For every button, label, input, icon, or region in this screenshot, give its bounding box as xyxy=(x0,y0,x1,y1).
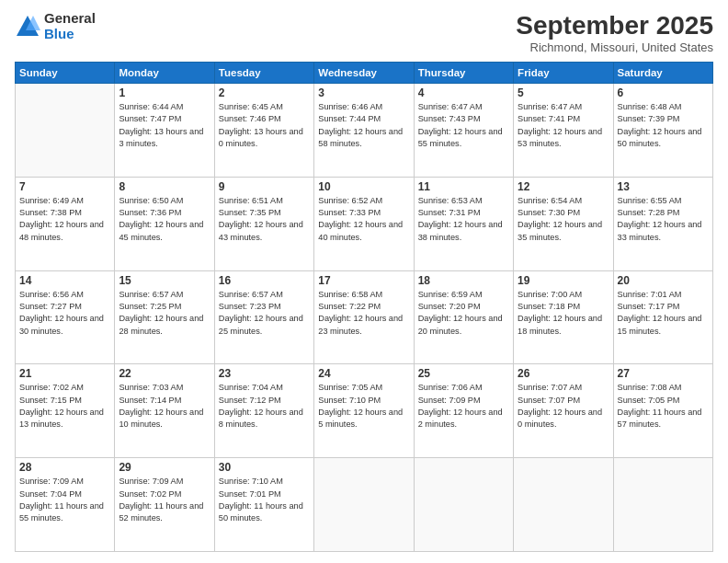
day-info: Sunrise: 6:49 AM Sunset: 7:38 PM Dayligh… xyxy=(19,195,110,244)
calendar-header-row: Sunday Monday Tuesday Wednesday Thursday… xyxy=(16,63,713,84)
sunrise-text: Sunrise: 7:10 AM xyxy=(219,477,283,486)
sunset-text: Sunset: 7:14 PM xyxy=(119,396,181,405)
daylight-text: Daylight: 12 hours and 50 minutes. xyxy=(618,127,702,148)
daylight-text: Daylight: 11 hours and 50 minutes. xyxy=(219,501,303,523)
day-number: 9 xyxy=(219,180,310,193)
day-number: 30 xyxy=(219,461,310,474)
logo-general-text: General xyxy=(44,11,96,27)
sunrise-text: Sunrise: 6:46 AM xyxy=(318,102,382,111)
col-sunday: Sunday xyxy=(16,63,115,84)
daylight-text: Daylight: 12 hours and 28 minutes. xyxy=(119,314,203,335)
sunrise-text: Sunrise: 7:08 AM xyxy=(618,383,682,392)
day-info: Sunrise: 6:55 AM Sunset: 7:28 PM Dayligh… xyxy=(618,195,709,244)
page: General Blue September 2025 Richmond, Mi… xyxy=(0,0,728,563)
sunset-text: Sunset: 7:12 PM xyxy=(219,396,281,405)
daylight-text: Daylight: 12 hours and 5 minutes. xyxy=(318,408,403,429)
day-number: 7 xyxy=(19,180,110,193)
day-info: Sunrise: 6:51 AM Sunset: 7:35 PM Dayligh… xyxy=(219,195,310,244)
sunrise-text: Sunrise: 6:47 AM xyxy=(418,102,483,111)
daylight-text: Daylight: 12 hours and 25 minutes. xyxy=(219,314,303,335)
sunset-text: Sunset: 7:05 PM xyxy=(618,396,680,405)
day-info: Sunrise: 6:59 AM Sunset: 7:20 PM Dayligh… xyxy=(418,289,509,338)
sunrise-text: Sunrise: 6:54 AM xyxy=(518,196,582,205)
daylight-text: Daylight: 12 hours and 40 minutes. xyxy=(318,220,403,241)
table-row: 13 Sunrise: 6:55 AM Sunset: 7:28 PM Dayl… xyxy=(613,177,712,270)
sunrise-text: Sunrise: 6:50 AM xyxy=(119,196,183,205)
sunrise-text: Sunrise: 6:49 AM xyxy=(19,196,84,205)
table-row: 20 Sunrise: 7:01 AM Sunset: 7:17 PM Dayl… xyxy=(613,270,712,364)
day-info: Sunrise: 6:45 AM Sunset: 7:46 PM Dayligh… xyxy=(219,101,310,150)
table-row: 25 Sunrise: 7:06 AM Sunset: 7:09 PM Dayl… xyxy=(414,364,513,458)
table-row: 2 Sunrise: 6:45 AM Sunset: 7:46 PM Dayli… xyxy=(214,84,313,178)
daylight-text: Daylight: 12 hours and 18 minutes. xyxy=(518,314,602,335)
sunrise-text: Sunrise: 7:09 AM xyxy=(119,477,183,486)
table-row: 24 Sunrise: 7:05 AM Sunset: 7:10 PM Dayl… xyxy=(314,364,414,458)
day-number: 12 xyxy=(518,180,609,193)
calendar-week-row: 28 Sunrise: 7:09 AM Sunset: 7:04 PM Dayl… xyxy=(16,458,713,552)
day-number: 18 xyxy=(418,274,509,287)
daylight-text: Daylight: 11 hours and 52 minutes. xyxy=(119,501,203,523)
day-info: Sunrise: 7:08 AM Sunset: 7:05 PM Dayligh… xyxy=(618,382,709,431)
table-row xyxy=(414,458,513,552)
day-info: Sunrise: 7:04 AM Sunset: 7:12 PM Dayligh… xyxy=(219,382,310,431)
day-info: Sunrise: 7:09 AM Sunset: 7:02 PM Dayligh… xyxy=(119,476,210,524)
day-number: 14 xyxy=(19,274,110,287)
sunrise-text: Sunrise: 6:53 AM xyxy=(418,196,483,205)
day-number: 19 xyxy=(518,274,609,287)
table-row: 10 Sunrise: 6:52 AM Sunset: 7:33 PM Dayl… xyxy=(314,177,414,270)
sunrise-text: Sunrise: 7:03 AM xyxy=(119,383,183,392)
table-row: 23 Sunrise: 7:04 AM Sunset: 7:12 PM Dayl… xyxy=(214,364,313,458)
day-info: Sunrise: 6:57 AM Sunset: 7:25 PM Dayligh… xyxy=(119,289,210,338)
sunset-text: Sunset: 7:27 PM xyxy=(19,302,82,311)
sunset-text: Sunset: 7:04 PM xyxy=(19,489,82,499)
daylight-text: Daylight: 12 hours and 55 minutes. xyxy=(418,127,503,148)
table-row: 4 Sunrise: 6:47 AM Sunset: 7:43 PM Dayli… xyxy=(414,84,513,178)
calendar-week-row: 14 Sunrise: 6:56 AM Sunset: 7:27 PM Dayl… xyxy=(16,270,713,364)
table-row: 28 Sunrise: 7:09 AM Sunset: 7:04 PM Dayl… xyxy=(16,458,115,552)
daylight-text: Daylight: 12 hours and 33 minutes. xyxy=(618,220,702,241)
sunrise-text: Sunrise: 7:00 AM xyxy=(518,290,582,299)
day-number: 6 xyxy=(618,86,709,99)
table-row: 16 Sunrise: 6:57 AM Sunset: 7:23 PM Dayl… xyxy=(214,270,313,364)
sunrise-text: Sunrise: 6:56 AM xyxy=(19,290,84,299)
daylight-text: Daylight: 13 hours and 3 minutes. xyxy=(119,127,203,148)
logo: General Blue xyxy=(15,11,96,41)
daylight-text: Daylight: 12 hours and 35 minutes. xyxy=(518,220,602,241)
table-row: 11 Sunrise: 6:53 AM Sunset: 7:31 PM Dayl… xyxy=(414,177,513,270)
day-number: 10 xyxy=(318,180,409,193)
day-info: Sunrise: 6:52 AM Sunset: 7:33 PM Dayligh… xyxy=(318,195,409,244)
day-number: 21 xyxy=(19,367,110,380)
calendar-week-row: 21 Sunrise: 7:02 AM Sunset: 7:15 PM Dayl… xyxy=(16,364,713,458)
sunset-text: Sunset: 7:09 PM xyxy=(418,396,481,405)
calendar-week-row: 7 Sunrise: 6:49 AM Sunset: 7:38 PM Dayli… xyxy=(16,177,713,270)
daylight-text: Daylight: 12 hours and 53 minutes. xyxy=(518,127,602,148)
day-info: Sunrise: 7:05 AM Sunset: 7:10 PM Dayligh… xyxy=(318,382,409,431)
sunset-text: Sunset: 7:18 PM xyxy=(518,302,580,311)
table-row: 14 Sunrise: 6:56 AM Sunset: 7:27 PM Dayl… xyxy=(16,270,115,364)
table-row: 29 Sunrise: 7:09 AM Sunset: 7:02 PM Dayl… xyxy=(115,458,214,552)
table-row: 8 Sunrise: 6:50 AM Sunset: 7:36 PM Dayli… xyxy=(115,177,214,270)
day-info: Sunrise: 7:09 AM Sunset: 7:04 PM Dayligh… xyxy=(19,476,110,524)
day-info: Sunrise: 7:06 AM Sunset: 7:09 PM Dayligh… xyxy=(418,382,509,431)
table-row: 9 Sunrise: 6:51 AM Sunset: 7:35 PM Dayli… xyxy=(214,177,313,270)
sunrise-text: Sunrise: 7:07 AM xyxy=(518,383,582,392)
sunrise-text: Sunrise: 6:57 AM xyxy=(119,290,183,299)
sunset-text: Sunset: 7:25 PM xyxy=(119,302,181,311)
table-row: 12 Sunrise: 6:54 AM Sunset: 7:30 PM Dayl… xyxy=(514,177,613,270)
sunrise-text: Sunrise: 6:58 AM xyxy=(318,290,382,299)
calendar-week-row: 1 Sunrise: 6:44 AM Sunset: 7:47 PM Dayli… xyxy=(16,84,713,178)
day-info: Sunrise: 6:58 AM Sunset: 7:22 PM Dayligh… xyxy=(318,289,409,338)
day-info: Sunrise: 6:47 AM Sunset: 7:41 PM Dayligh… xyxy=(518,101,609,150)
table-row: 7 Sunrise: 6:49 AM Sunset: 7:38 PM Dayli… xyxy=(16,177,115,270)
day-info: Sunrise: 7:10 AM Sunset: 7:01 PM Dayligh… xyxy=(219,476,310,524)
sunset-text: Sunset: 7:36 PM xyxy=(119,208,181,217)
day-info: Sunrise: 7:02 AM Sunset: 7:15 PM Dayligh… xyxy=(19,382,110,431)
day-number: 1 xyxy=(119,86,210,99)
daylight-text: Daylight: 12 hours and 38 minutes. xyxy=(418,220,503,241)
sunset-text: Sunset: 7:31 PM xyxy=(418,208,481,217)
logo-text: General Blue xyxy=(44,11,96,41)
sunrise-text: Sunrise: 6:45 AM xyxy=(219,102,283,111)
sunset-text: Sunset: 7:17 PM xyxy=(618,302,680,311)
sunrise-text: Sunrise: 6:55 AM xyxy=(618,196,682,205)
sunset-text: Sunset: 7:30 PM xyxy=(518,208,580,217)
